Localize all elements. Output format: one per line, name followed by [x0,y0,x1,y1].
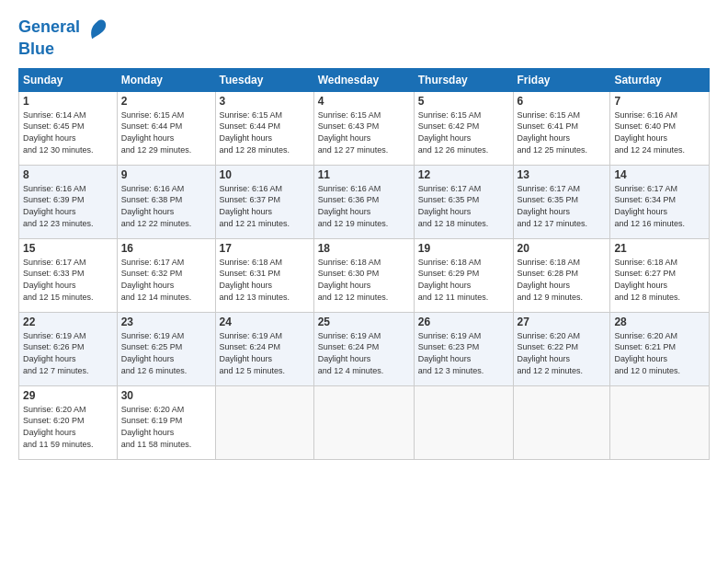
day-info: Sunrise: 6:16 AM Sunset: 6:36 PM Dayligh… [318,183,410,229]
day-cell: 18 Sunrise: 6:18 AM Sunset: 6:30 PM Dayl… [313,238,414,312]
day-cell: 1 Sunrise: 6:14 AM Sunset: 6:45 PM Dayli… [19,91,118,165]
day-info: Sunrise: 6:19 AM Sunset: 6:24 PM Dayligh… [220,330,310,376]
day-cell [414,385,513,459]
day-number: 2 [121,95,211,108]
day-info: Sunrise: 6:16 AM Sunset: 6:40 PM Dayligh… [614,109,705,155]
day-info: Sunrise: 6:18 AM Sunset: 6:29 PM Dayligh… [418,257,509,303]
day-number: 15 [23,242,113,255]
day-number: 4 [318,95,410,108]
day-number: 12 [418,168,509,181]
day-info: Sunrise: 6:15 AM Sunset: 6:44 PM Dayligh… [220,109,310,155]
day-info: Sunrise: 6:17 AM Sunset: 6:34 PM Dayligh… [614,183,705,229]
logo-text-blue: Blue [18,40,108,59]
day-number: 20 [518,242,607,255]
logo: General Blue [18,15,108,59]
day-cell: 15 Sunrise: 6:17 AM Sunset: 6:33 PM Dayl… [19,238,118,312]
day-info: Sunrise: 6:19 AM Sunset: 6:25 PM Dayligh… [121,330,211,376]
day-info: Sunrise: 6:19 AM Sunset: 6:24 PM Dayligh… [318,330,410,376]
day-number: 23 [121,316,211,328]
day-info: Sunrise: 6:15 AM Sunset: 6:43 PM Dayligh… [318,109,410,155]
day-cell: 4 Sunrise: 6:15 AM Sunset: 6:43 PM Dayli… [313,91,414,165]
day-cell: 14 Sunrise: 6:17 AM Sunset: 6:34 PM Dayl… [610,165,710,238]
day-cell: 16 Sunrise: 6:17 AM Sunset: 6:32 PM Dayl… [117,238,215,312]
day-header-friday: Friday [513,68,610,91]
day-info: Sunrise: 6:14 AM Sunset: 6:45 PM Dayligh… [23,109,113,155]
day-number: 5 [418,95,509,108]
day-info: Sunrise: 6:17 AM Sunset: 6:35 PM Dayligh… [418,183,509,229]
day-info: Sunrise: 6:16 AM Sunset: 6:39 PM Dayligh… [23,183,113,229]
day-info: Sunrise: 6:17 AM Sunset: 6:33 PM Dayligh… [23,257,113,303]
day-cell: 5 Sunrise: 6:15 AM Sunset: 6:42 PM Dayli… [414,91,513,165]
day-header-saturday: Saturday [610,68,710,91]
day-number: 18 [318,242,410,255]
day-info: Sunrise: 6:18 AM Sunset: 6:31 PM Dayligh… [220,257,310,303]
day-cell: 23 Sunrise: 6:19 AM Sunset: 6:25 PM Dayl… [117,312,215,385]
week-row-3: 15 Sunrise: 6:17 AM Sunset: 6:33 PM Dayl… [19,238,710,312]
week-row-1: 1 Sunrise: 6:14 AM Sunset: 6:45 PM Dayli… [19,91,710,165]
day-header-thursday: Thursday [414,68,513,91]
day-cell: 26 Sunrise: 6:19 AM Sunset: 6:23 PM Dayl… [414,312,513,385]
day-info: Sunrise: 6:17 AM Sunset: 6:35 PM Dayligh… [518,183,607,229]
day-cell: 3 Sunrise: 6:15 AM Sunset: 6:44 PM Dayli… [215,91,313,165]
day-info: Sunrise: 6:16 AM Sunset: 6:38 PM Dayligh… [121,183,211,229]
day-number: 9 [121,168,211,181]
day-cell: 17 Sunrise: 6:18 AM Sunset: 6:31 PM Dayl… [215,238,313,312]
day-number: 1 [23,95,113,108]
day-info: Sunrise: 6:18 AM Sunset: 6:30 PM Dayligh… [318,257,410,303]
day-info: Sunrise: 6:18 AM Sunset: 6:27 PM Dayligh… [614,257,705,303]
day-info: Sunrise: 6:15 AM Sunset: 6:42 PM Dayligh… [418,109,509,155]
week-row-2: 8 Sunrise: 6:16 AM Sunset: 6:39 PM Dayli… [19,165,710,238]
day-number: 19 [418,242,509,255]
day-number: 17 [220,242,310,255]
week-row-5: 29 Sunrise: 6:20 AM Sunset: 6:20 PM Dayl… [19,385,710,459]
day-info: Sunrise: 6:19 AM Sunset: 6:23 PM Dayligh… [418,330,509,376]
day-cell: 12 Sunrise: 6:17 AM Sunset: 6:35 PM Dayl… [414,165,513,238]
day-cell: 22 Sunrise: 6:19 AM Sunset: 6:26 PM Dayl… [19,312,118,385]
day-info: Sunrise: 6:20 AM Sunset: 6:20 PM Dayligh… [23,404,113,450]
day-cell: 10 Sunrise: 6:16 AM Sunset: 6:37 PM Dayl… [215,165,313,238]
day-header-monday: Monday [117,68,215,91]
day-number: 3 [220,95,310,108]
day-number: 30 [121,389,211,402]
day-info: Sunrise: 6:15 AM Sunset: 6:41 PM Dayligh… [518,109,607,155]
day-cell: 11 Sunrise: 6:16 AM Sunset: 6:36 PM Dayl… [313,165,414,238]
header: General Blue [18,15,710,59]
week-row-4: 22 Sunrise: 6:19 AM Sunset: 6:26 PM Dayl… [19,312,710,385]
day-info: Sunrise: 6:18 AM Sunset: 6:28 PM Dayligh… [518,257,607,303]
day-number: 28 [614,316,705,328]
day-cell: 25 Sunrise: 6:19 AM Sunset: 6:24 PM Dayl… [313,312,414,385]
day-cell [610,385,710,459]
day-cell: 2 Sunrise: 6:15 AM Sunset: 6:44 PM Dayli… [117,91,215,165]
day-number: 14 [614,168,705,181]
day-header-tuesday: Tuesday [215,68,313,91]
day-cell: 8 Sunrise: 6:16 AM Sunset: 6:39 PM Dayli… [19,165,118,238]
day-number: 11 [318,168,410,181]
day-number: 29 [23,389,113,402]
day-cell: 20 Sunrise: 6:18 AM Sunset: 6:28 PM Dayl… [513,238,610,312]
day-cell: 6 Sunrise: 6:15 AM Sunset: 6:41 PM Dayli… [513,91,610,165]
calendar-header-row: SundayMondayTuesdayWednesdayThursdayFrid… [19,68,710,91]
day-info: Sunrise: 6:20 AM Sunset: 6:22 PM Dayligh… [518,330,607,376]
day-info: Sunrise: 6:15 AM Sunset: 6:44 PM Dayligh… [121,109,211,155]
day-cell: 28 Sunrise: 6:20 AM Sunset: 6:21 PM Dayl… [610,312,710,385]
day-info: Sunrise: 6:20 AM Sunset: 6:19 PM Dayligh… [121,404,211,450]
day-number: 13 [518,168,607,181]
day-number: 6 [518,95,607,108]
day-cell: 27 Sunrise: 6:20 AM Sunset: 6:22 PM Dayl… [513,312,610,385]
day-number: 26 [418,316,509,328]
day-cell [313,385,414,459]
day-number: 10 [220,168,310,181]
day-cell: 9 Sunrise: 6:16 AM Sunset: 6:38 PM Dayli… [117,165,215,238]
day-info: Sunrise: 6:17 AM Sunset: 6:32 PM Dayligh… [121,257,211,303]
day-number: 25 [318,316,410,328]
day-cell: 24 Sunrise: 6:19 AM Sunset: 6:24 PM Dayl… [215,312,313,385]
day-number: 7 [614,95,705,108]
day-number: 22 [23,316,113,328]
day-number: 16 [121,242,211,255]
page: General Blue SundayMondayTuesdayWednesda… [0,0,728,563]
day-number: 8 [23,168,113,181]
day-number: 24 [220,316,310,328]
day-cell: 13 Sunrise: 6:17 AM Sunset: 6:35 PM Dayl… [513,165,610,238]
logo-text: General [18,18,80,37]
day-info: Sunrise: 6:19 AM Sunset: 6:26 PM Dayligh… [23,330,113,376]
